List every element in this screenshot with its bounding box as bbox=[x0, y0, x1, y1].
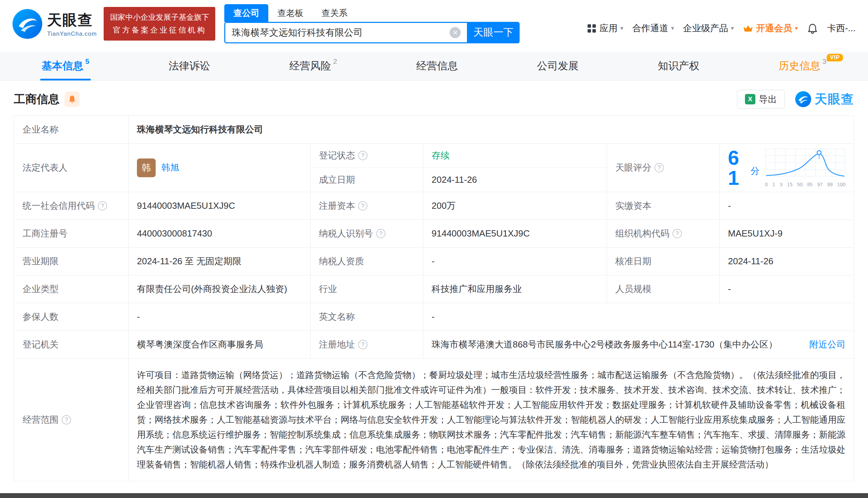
table-row-reg-number: 工商注册号 440003000817430 纳税人识别号? 91440003MA… bbox=[14, 220, 854, 248]
company-name-value: 珠海横琴文远知行科技有限公司 bbox=[129, 116, 854, 144]
section-tab-bar: 基本信息 5 法律诉讼 经营风险 2 经营信息 公司发展 知识产权 历史信息 3… bbox=[0, 52, 868, 81]
subscribe-bell-icon[interactable] bbox=[64, 92, 80, 107]
nav-enterprise-products[interactable]: 企业级产品 ▾ bbox=[683, 22, 734, 34]
paid-capital-value: - bbox=[720, 192, 854, 220]
help-icon[interactable]: ? bbox=[358, 201, 367, 211]
chevron-down-icon: ▾ bbox=[671, 25, 674, 32]
help-icon[interactable]: ? bbox=[98, 201, 107, 211]
tab-label: 经营信息 bbox=[416, 59, 458, 73]
company-type-label: 企业类型 bbox=[14, 275, 129, 303]
user-menu[interactable]: 卡西-... bbox=[827, 22, 856, 34]
tab-history-info[interactable]: 历史信息 3 VIP bbox=[779, 52, 826, 80]
tab-count: 3 bbox=[822, 57, 826, 66]
bottom-scrollbar[interactable] bbox=[0, 493, 868, 498]
tab-basic-info[interactable]: 基本信息 5 bbox=[42, 52, 89, 80]
business-info-section-header: 工商信息 X 导出 bbox=[14, 90, 854, 109]
tianyancha-watermark-icon bbox=[795, 91, 811, 107]
staff-size-value: - bbox=[720, 275, 854, 303]
section-header-right: X 导出 天眼查 bbox=[737, 90, 854, 109]
search-tab-boss[interactable]: 查老板 bbox=[268, 4, 312, 22]
nav-cooperation[interactable]: 合作通道 ▾ bbox=[632, 22, 674, 34]
score-cell: 61 分 bbox=[720, 144, 854, 192]
tab-company-development[interactable]: 公司发展 bbox=[537, 52, 579, 80]
excel-icon: X bbox=[745, 94, 755, 104]
chevron-down-icon: ▾ bbox=[795, 25, 798, 32]
tab-intellectual-property[interactable]: 知识产权 bbox=[658, 52, 700, 80]
reg-address-label: 注册地址? bbox=[311, 331, 423, 359]
taxpayer-id-value: 91440003MAE5U1XJ9C bbox=[423, 220, 607, 248]
legal-rep-cell: 韩 韩旭 bbox=[129, 144, 311, 192]
help-icon[interactable]: ? bbox=[376, 229, 385, 238]
help-icon[interactable]: ? bbox=[62, 415, 71, 424]
clear-search-icon[interactable]: × bbox=[450, 27, 461, 38]
certification-badge: 国家中小企业发展子基金旗下 官方备案企业征信机构 bbox=[104, 7, 215, 41]
tab-label: 经营风险 bbox=[289, 59, 331, 73]
tab-count: 2 bbox=[333, 57, 337, 66]
search-button[interactable]: 天眼一下 bbox=[467, 22, 520, 43]
business-scope-value: 许可项目：道路货物运输（网络货运）；道路货物运输（不含危险货物）；餐厨垃圾处理；… bbox=[129, 359, 854, 481]
reg-number-label: 工商注册号 bbox=[14, 220, 129, 248]
reg-number-value: 440003000817430 bbox=[129, 220, 311, 248]
legal-rep-avatar[interactable]: 韩 bbox=[137, 158, 156, 177]
grid-icon bbox=[587, 24, 597, 33]
taxpayer-quality-value: - bbox=[423, 248, 607, 275]
help-icon[interactable]: ? bbox=[358, 151, 367, 160]
insured-count-value: - bbox=[129, 303, 311, 331]
credit-code-value: 91440003MAE5U1XJ9C bbox=[129, 192, 311, 220]
help-icon[interactable]: ? bbox=[672, 229, 682, 238]
search-input[interactable] bbox=[232, 27, 450, 38]
badge-line1: 国家中小企业发展子基金旗下 bbox=[110, 11, 209, 24]
credit-code-label: 统一社会信用代码? bbox=[14, 192, 129, 220]
reg-address-cell: 珠海市横琴港澳大道868号市民服务中心2号楼政务服务中心114室-1730（集中… bbox=[423, 331, 854, 359]
tab-label: 历史信息 bbox=[779, 59, 820, 73]
table-row-business-scope: 经营范围? 许可项目：道路货物运输（网络货运）；道路货物运输（不含危险货物）；餐… bbox=[14, 359, 854, 481]
taxpayer-quality-label: 纳税人资质 bbox=[311, 248, 423, 275]
insured-count-label: 参保人数 bbox=[14, 303, 129, 331]
chevron-down-icon: ▾ bbox=[620, 25, 623, 32]
tab-business-risk[interactable]: 经营风险 2 bbox=[289, 52, 337, 80]
tab-business-info[interactable]: 经营信息 bbox=[416, 52, 458, 80]
score-unit: 分 bbox=[750, 165, 760, 177]
export-button[interactable]: X 导出 bbox=[737, 90, 785, 109]
tab-label: 公司发展 bbox=[537, 59, 579, 73]
reg-address-value: 珠海市横琴港澳大道868号市民服务中心2号楼政务服务中心114室-1730（集中… bbox=[432, 338, 802, 351]
legal-rep-link[interactable]: 韩旭 bbox=[161, 162, 179, 174]
tianyancha-logo[interactable]: 天眼查 TianYanCha.com bbox=[12, 9, 97, 39]
tab-legal-proceedings[interactable]: 法律诉讼 bbox=[168, 52, 210, 80]
company-type-value: 有限责任公司(外商投资企业法人独资) bbox=[129, 275, 311, 303]
score-distribution-chart: 0131550859799100 bbox=[765, 148, 845, 187]
help-icon[interactable]: ? bbox=[358, 340, 367, 349]
table-row-company-name: 企业名称 珠海横琴文远知行科技有限公司 bbox=[14, 116, 854, 144]
business-term-value: 2024-11-26 至 无固定期限 bbox=[129, 248, 311, 275]
search-tab-company[interactable]: 查公司 bbox=[224, 4, 268, 22]
notification-bell-icon[interactable] bbox=[807, 23, 818, 34]
staff-size-label: 人员规模 bbox=[607, 275, 720, 303]
nav-vip-upgrade[interactable]: 开通会员 ▾ bbox=[743, 22, 798, 34]
chevron-down-icon: ▾ bbox=[731, 25, 734, 32]
search-area: 查公司 查老板 查关系 × 天眼一下 bbox=[224, 4, 520, 43]
search-input-wrap: × bbox=[224, 22, 467, 43]
logo-text-cn: 天眼查 bbox=[47, 10, 97, 30]
help-icon[interactable]: ? bbox=[654, 163, 664, 172]
search-tab-relation[interactable]: 查关系 bbox=[312, 4, 356, 22]
reg-status-cell: 存续 bbox=[423, 144, 607, 168]
search-tabs: 查公司 查老板 查关系 bbox=[224, 4, 520, 22]
nav-enterprise-products-label: 企业级产品 bbox=[683, 22, 728, 34]
crown-icon bbox=[743, 24, 753, 33]
business-scope-label: 经营范围? bbox=[14, 359, 129, 481]
nav-apps[interactable]: 应用 ▾ bbox=[587, 22, 623, 34]
search-row: × 天眼一下 bbox=[224, 22, 520, 43]
nearby-companies-link[interactable]: 附近公司 bbox=[809, 338, 845, 351]
tab-label: 法律诉讼 bbox=[168, 59, 210, 73]
table-row-insured-count: 参保人数 - 英文名称 - bbox=[14, 303, 854, 331]
table-row-company-type: 企业类型 有限责任公司(外商投资企业法人独资) 行业 科技推广和应用服务业 人员… bbox=[14, 275, 854, 303]
legal-rep-label: 法定代表人 bbox=[14, 144, 129, 192]
english-name-value: - bbox=[423, 303, 854, 331]
reg-capital-label: 注册资本? bbox=[311, 192, 423, 220]
status-badge: 存续 bbox=[432, 150, 450, 161]
establish-date-value: 2024-11-26 bbox=[423, 168, 607, 192]
tianyancha-company-page: 天眼查 TianYanCha.com 国家中小企业发展子基金旗下 官方备案企业征… bbox=[0, 0, 868, 498]
tab-label: 知识产权 bbox=[658, 59, 700, 73]
industry-value: 科技推广和应用服务业 bbox=[423, 275, 607, 303]
reg-authority-label: 登记机关 bbox=[14, 331, 129, 359]
